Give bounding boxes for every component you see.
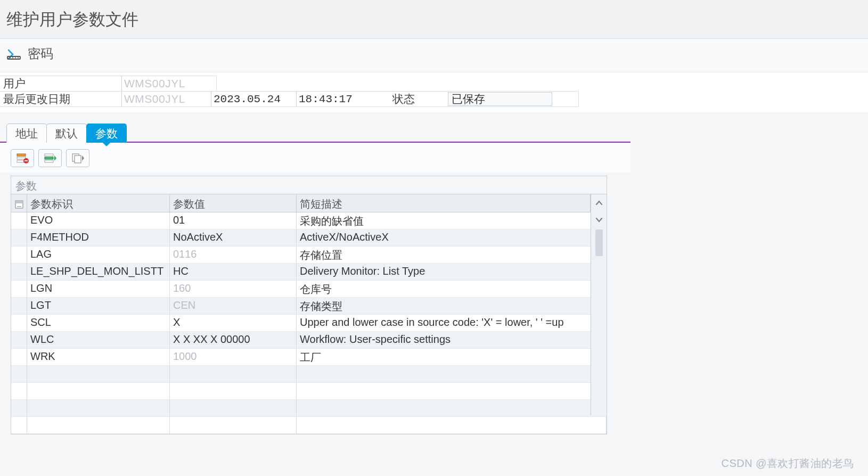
row-selector[interactable]: [11, 229, 27, 247]
cell-id[interactable]: WRK: [27, 349, 170, 366]
row-selector[interactable]: [11, 332, 27, 349]
cell-desc: 工厂: [297, 349, 607, 366]
cell-id[interactable]: [27, 400, 170, 417]
svg-point-1: [10, 58, 11, 59]
user-label: 用户: [0, 75, 121, 92]
svg-rect-16: [15, 201, 23, 203]
row-selector[interactable]: [11, 315, 27, 332]
row-selector[interactable]: [11, 366, 27, 383]
row-selector[interactable]: [11, 417, 27, 434]
cell-id[interactable]: [27, 366, 170, 383]
column-header-desc[interactable]: 简短描述: [297, 194, 591, 212]
cell-value[interactable]: X X XX X 00000: [170, 332, 297, 349]
cell-value[interactable]: [170, 366, 297, 383]
svg-rect-10: [45, 154, 53, 156]
column-header-value[interactable]: 参数值: [170, 194, 297, 212]
insert-row-button[interactable]: [38, 149, 62, 167]
status-value: 已保存: [448, 92, 552, 106]
cell-value[interactable]: X: [170, 315, 297, 332]
cell-desc: 仓库号: [297, 281, 607, 298]
row-selector[interactable]: [11, 298, 27, 315]
last-changed-row: 最后更改日期 WMS00JYL 2023.05.24 18:43:17 状态 已…: [0, 91, 579, 107]
cell-value[interactable]: [170, 417, 297, 434]
copy-row-button[interactable]: [66, 149, 89, 167]
watermark-text: CSDN @喜欢打酱油的老鸟: [721, 456, 854, 471]
cell-value[interactable]: 160: [170, 281, 297, 298]
cell-desc: [297, 366, 607, 383]
table-row[interactable]: LE_SHP_DEL_MON_LISTTHCDelivery Monitor: …: [11, 264, 607, 281]
select-all-column-header[interactable]: [11, 194, 27, 212]
cell-desc: 存储位置: [297, 247, 607, 264]
svg-rect-11: [45, 157, 53, 159]
cell-value[interactable]: HC: [170, 264, 297, 281]
table-row[interactable]: F4METHODNoActiveXActiveX/NoActiveX: [11, 229, 607, 247]
row-selector[interactable]: [11, 383, 27, 400]
cell-value[interactable]: [170, 383, 297, 400]
cell-value[interactable]: 01: [170, 212, 297, 229]
cell-id[interactable]: SCL: [27, 315, 170, 332]
cell-desc: Workflow: User-specific settings: [297, 332, 607, 349]
scroll-up-button[interactable]: [591, 194, 607, 211]
row-selector[interactable]: [11, 247, 27, 264]
cell-id[interactable]: LE_SHP_DEL_MON_LISTT: [27, 264, 170, 281]
cell-value[interactable]: NoActiveX: [170, 229, 297, 247]
scroll-thumb[interactable]: [595, 229, 603, 256]
tab-strip: 地址默认参数: [6, 124, 868, 143]
cell-value[interactable]: 0116: [170, 247, 297, 264]
table-row[interactable]: [11, 366, 607, 383]
cell-id[interactable]: WLC: [27, 332, 170, 349]
table-row[interactable]: LGN160仓库号: [11, 281, 607, 298]
scroll-down-button[interactable]: [591, 211, 607, 228]
table-row[interactable]: [11, 400, 607, 417]
table-row[interactable]: EVO01采购的缺省值: [11, 212, 607, 229]
cell-id[interactable]: LAG: [27, 247, 170, 264]
cell-desc: Upper and lower case in source code: 'X'…: [297, 315, 607, 332]
table-row[interactable]: [11, 383, 607, 400]
last-changed-time-field: 18:43:17: [296, 92, 362, 106]
cell-id[interactable]: EVO: [27, 212, 170, 229]
table-row[interactable]: WLCX X XX X 00000Workflow: User-specific…: [11, 332, 607, 349]
row-selector[interactable]: [11, 212, 27, 229]
cell-desc: 存储类型: [297, 298, 607, 315]
column-header-id[interactable]: 参数标识: [27, 194, 170, 212]
table-row[interactable]: SCLXUpper and lower case in source code:…: [11, 315, 607, 332]
last-changed-label: 最后更改日期: [0, 91, 121, 108]
cell-desc: ActiveX/NoActiveX: [297, 229, 607, 247]
password-label[interactable]: 密码: [28, 45, 53, 62]
password-toolbar: 密码: [0, 39, 868, 72]
table-row[interactable]: WRK1000工厂: [11, 349, 607, 366]
row-selector[interactable]: [11, 281, 27, 298]
row-selector[interactable]: [11, 264, 27, 281]
row-selector[interactable]: [11, 400, 27, 417]
cell-desc: 采购的缺省值: [297, 212, 607, 229]
cell-id[interactable]: [27, 417, 170, 434]
cell-value[interactable]: [170, 400, 297, 417]
cell-desc: [297, 417, 607, 434]
cell-value[interactable]: 1000: [170, 349, 297, 366]
password-icon[interactable]: [6, 48, 22, 60]
cell-id[interactable]: LGT: [27, 298, 170, 315]
svg-rect-5: [17, 154, 26, 156]
cell-id[interactable]: [27, 383, 170, 400]
grid-toolbar: [0, 143, 630, 173]
cell-desc: Delivery Monitor: List Type: [297, 264, 607, 281]
table-row[interactable]: [11, 417, 607, 434]
grid-body: EVO01采购的缺省值F4METHODNoActiveXActiveX/NoAc…: [11, 212, 607, 434]
cell-id[interactable]: F4METHOD: [27, 229, 170, 247]
tab-0[interactable]: 地址: [6, 124, 47, 143]
vertical-scrollbar[interactable]: [591, 194, 607, 416]
tab-2[interactable]: 参数: [86, 124, 127, 143]
svg-point-3: [15, 58, 16, 59]
cell-value[interactable]: CEN: [170, 298, 297, 315]
cell-desc: [297, 400, 607, 417]
table-row[interactable]: LAG0116存储位置: [11, 247, 607, 264]
status-label: 状态: [388, 92, 448, 106]
table-row[interactable]: LGTCEN存储类型: [11, 298, 607, 315]
row-selector[interactable]: [11, 349, 27, 366]
delete-row-button[interactable]: [11, 149, 34, 167]
last-changed-date-field: 2023.05.24: [211, 92, 296, 106]
user-field[interactable]: WMS00JYL: [121, 76, 211, 91]
cell-id[interactable]: LGN: [27, 281, 170, 298]
tab-1[interactable]: 默认: [46, 124, 87, 143]
cell-desc: [297, 383, 607, 400]
